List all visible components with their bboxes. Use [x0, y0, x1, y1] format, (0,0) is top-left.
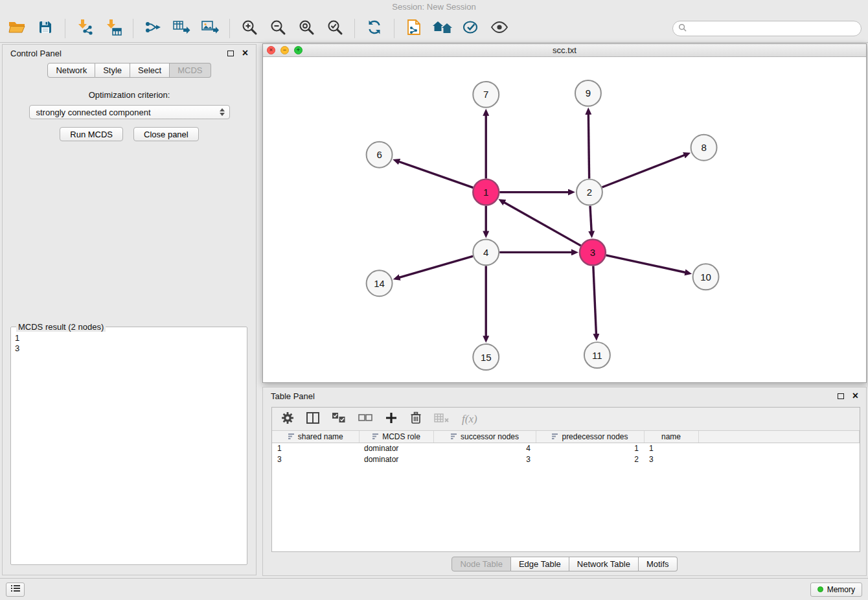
graph-edge-2-9[interactable] [588, 113, 589, 179]
network-from-table-button[interactable] [167, 16, 196, 41]
memory-button[interactable]: Memory [810, 583, 862, 597]
search-input[interactable] [691, 23, 856, 34]
close-window-icon[interactable]: × [267, 46, 275, 54]
delete-column-button[interactable] [410, 411, 422, 426]
network-window-titlebar[interactable]: scc.txt × − + [263, 44, 866, 57]
graph-edge-1-6[interactable] [398, 161, 474, 188]
search-box[interactable] [672, 21, 862, 36]
select-all-button[interactable] [332, 412, 346, 426]
graph-node-2[interactable]: 2 [577, 179, 602, 205]
table-cell[interactable]: 2 [536, 454, 644, 465]
node-table-scroll-area[interactable]: shared name MCDS role [272, 431, 860, 551]
open-file-button[interactable] [3, 16, 31, 41]
run-mcds-button[interactable]: Run MCDS [60, 127, 123, 141]
table-cell[interactable]: 1 [644, 443, 698, 454]
annotation-check-button[interactable] [457, 16, 485, 41]
export-image-button[interactable] [196, 16, 224, 41]
table-cell[interactable]: dominator [359, 443, 433, 454]
show-hide-button[interactable] [485, 16, 514, 41]
table-row[interactable]: 3dominator323 [272, 454, 860, 465]
tab-node-table[interactable]: Node Table [451, 557, 511, 571]
float-table-panel-icon[interactable] [838, 393, 844, 399]
graph-node-3[interactable]: 3 [580, 239, 606, 265]
graph-node-4[interactable]: 4 [473, 239, 499, 265]
table-cell[interactable]: 3 [433, 454, 536, 465]
graph-node-10[interactable]: 10 [693, 264, 719, 290]
column-header-successor-nodes[interactable]: successor nodes [433, 431, 536, 443]
close-panel-icon[interactable]: × [242, 48, 248, 58]
memory-status-icon [817, 586, 823, 592]
column-header-shared-name[interactable]: shared name [272, 431, 359, 443]
table-toolbar: f(x) [272, 408, 860, 431]
tab-select[interactable]: Select [130, 63, 170, 78]
function-builder-button[interactable]: f(x) [462, 413, 477, 426]
tab-mcds[interactable]: MCDS [170, 63, 211, 78]
zoom-selected-button[interactable] [321, 16, 349, 41]
task-history-button[interactable] [6, 583, 25, 597]
close-panel-button[interactable]: Close panel [133, 127, 199, 141]
graph-node-label: 3 [590, 247, 595, 258]
graph-node-8[interactable]: 8 [691, 135, 717, 161]
refresh-view-button[interactable] [360, 16, 389, 41]
float-panel-icon[interactable] [227, 51, 234, 56]
graph-edge-3-11[interactable] [593, 266, 597, 335]
maximize-window-icon[interactable]: + [294, 46, 303, 54]
minimize-window-icon[interactable]: − [280, 46, 289, 54]
graph-node-15[interactable]: 15 [473, 344, 499, 370]
graph-node-label: 15 [481, 352, 492, 363]
column-header-mcds-role[interactable]: MCDS role [359, 431, 433, 443]
plus-icon [385, 411, 398, 426]
home-networks-button[interactable] [428, 16, 457, 41]
tab-style[interactable]: Style [95, 63, 130, 78]
table-cell[interactable]: 3 [272, 454, 359, 465]
table-cell[interactable]: 1 [536, 443, 644, 454]
search-icon [678, 23, 687, 34]
deselect-all-button[interactable] [358, 413, 372, 424]
graph-edge-2-3[interactable] [590, 206, 591, 233]
toolbar-separator [394, 19, 394, 38]
delete-table-button[interactable] [434, 413, 450, 425]
table-settings-button[interactable] [281, 411, 294, 426]
close-table-panel-icon[interactable]: × [852, 391, 858, 401]
clone-network-button[interactable] [139, 16, 167, 41]
zoom-out-button[interactable] [264, 16, 292, 41]
add-column-button[interactable] [385, 411, 398, 426]
criterion-select[interactable]: strongly connected component [29, 105, 230, 119]
tab-edge-table[interactable]: Edge Table [511, 557, 569, 571]
graph-node-6[interactable]: 6 [367, 142, 393, 168]
graph-node-label: 14 [374, 278, 385, 289]
graph-node-label: 8 [701, 142, 706, 153]
open-folder-icon [8, 19, 26, 37]
graph-node-9[interactable]: 9 [575, 80, 601, 106]
graph-edge-4-14[interactable] [398, 256, 473, 277]
import-table-from-file-button[interactable] [99, 16, 128, 41]
import-network-from-file-button[interactable] [71, 16, 99, 41]
zoom-fit-button[interactable] [292, 16, 321, 41]
node-table: shared name MCDS role [272, 431, 860, 465]
tab-motifs[interactable]: Motifs [639, 557, 678, 571]
table-panel-title: Table Panel [271, 391, 315, 401]
table-cell[interactable]: 4 [433, 443, 536, 454]
network-canvas[interactable]: 7968124314101511 [263, 57, 866, 382]
graph-node-14[interactable]: 14 [367, 270, 393, 296]
status-bar: Memory [0, 578, 868, 600]
graph-edge-3-10[interactable] [606, 255, 686, 273]
column-header-name[interactable]: name [644, 431, 698, 443]
table-cell[interactable]: 1 [272, 443, 359, 454]
column-header-predecessor-nodes[interactable]: predecessor nodes [536, 431, 644, 443]
graph-edge-2-8[interactable] [602, 155, 685, 187]
graph-node-7[interactable]: 7 [473, 82, 499, 108]
graph-node-11[interactable]: 11 [584, 342, 610, 368]
zoom-in-button[interactable] [235, 16, 264, 41]
table-row[interactable]: 1dominator411 [272, 443, 860, 454]
table-cell[interactable]: 3 [644, 454, 698, 465]
tab-network[interactable]: Network [47, 63, 95, 78]
save-session-button[interactable] [31, 16, 60, 41]
table-cell[interactable]: dominator [359, 454, 433, 465]
graph-edge-3-1[interactable] [503, 202, 580, 246]
graph-node-1[interactable]: 1 [473, 179, 499, 205]
show-columns-button[interactable] [306, 412, 319, 426]
control-panel-tabs: Network Style Select MCDS [3, 62, 256, 82]
tab-network-table[interactable]: Network Table [569, 557, 639, 571]
open-network-document-button[interactable] [400, 16, 428, 41]
